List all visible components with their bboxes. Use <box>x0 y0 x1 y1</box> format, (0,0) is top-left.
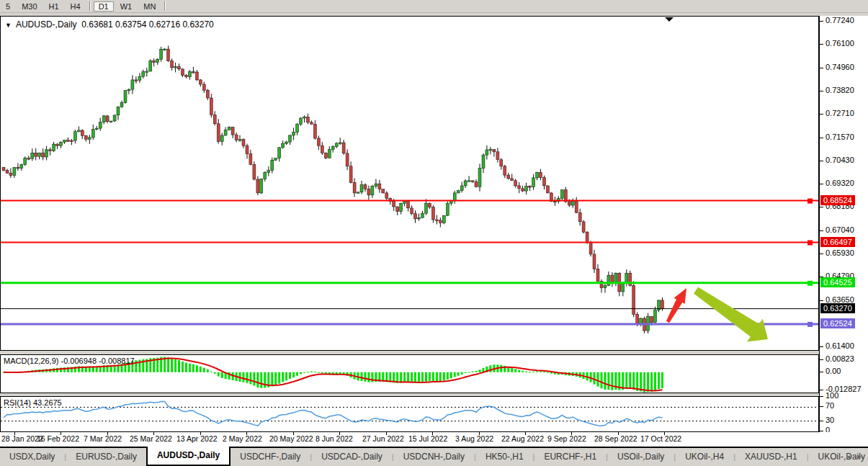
axis-tick-label: 30 <box>826 416 834 424</box>
tab-usdchf-daily[interactable]: USDCHF-,Daily <box>231 448 310 466</box>
axis-tick-label: 0.74960 <box>826 63 854 71</box>
axis-tick <box>820 138 823 138</box>
axis-tick-label: 0.77240 <box>826 16 854 24</box>
axis-tick-label: 0.71570 <box>826 133 854 141</box>
tab-audusd-daily[interactable]: AUDUSD-,Daily <box>146 447 231 466</box>
date-label: 28 Sep 2022 <box>594 434 637 443</box>
date-label: 17 Oct 2022 <box>640 434 681 443</box>
chart-tab-bar: USDX,Daily|EURUSD-,DailyAUDUSD-,DailyUSD… <box>0 447 868 466</box>
macd-values: -0.006948 -0.008817 <box>61 357 134 365</box>
tab-usdcad-daily[interactable]: USDCAD-,Daily <box>312 448 392 466</box>
axis-tick-label: 0.00823 <box>826 354 854 363</box>
rsi-value: 43.2675 <box>33 398 62 407</box>
date-label: 16 Feb 2022 <box>37 434 79 443</box>
toolbar-separator <box>89 1 90 11</box>
axis-tick <box>820 421 823 421</box>
price-axis[interactable]: 0.772400.761000.749600.738200.727100.715… <box>819 16 868 432</box>
tab-eurusd-daily[interactable]: EURUSD-,Daily <box>66 448 146 466</box>
axis-tick <box>820 372 823 372</box>
axis-tick <box>820 44 823 45</box>
axis-tick <box>820 184 823 184</box>
price-badge-0.64525: 0.64525 <box>820 277 855 287</box>
tab-usdcnh-daily[interactable]: USDCNH-,Daily <box>394 448 474 466</box>
axis-tick-label: 0.73820 <box>826 86 854 94</box>
axis-tick <box>820 396 823 397</box>
axis-tick <box>820 68 823 68</box>
date-label: 2 May 2022 <box>223 434 262 443</box>
date-axis[interactable]: 28 Jan 202216 Feb 20227 Mar 202225 Mar 2… <box>0 432 868 447</box>
price-badge-0.68524: 0.68524 <box>820 195 855 205</box>
rsi-panel[interactable]: RSI(14) 43.2675 <box>0 396 819 432</box>
axis-tick <box>820 230 823 231</box>
rsi-label: RSI(14) 43.2675 <box>4 398 62 407</box>
axis-tick-label: 0.67040 <box>826 225 854 234</box>
axis-tick <box>820 91 823 91</box>
price-badge-0.63270: 0.63270 <box>820 303 855 313</box>
tab-xauusd-h1[interactable]: XAUUSD-,H1 <box>735 448 807 466</box>
down-arrow <box>694 287 768 342</box>
axis-tick-label: 0.70430 <box>826 156 854 164</box>
axis-tick-label: 0.69320 <box>826 179 854 187</box>
axis-tick-label: 70 <box>826 401 834 410</box>
axis-tick-label: 0.65930 <box>826 248 854 257</box>
macd-label: MACD(12,26,9) -0.006948 -0.008817 <box>4 357 135 365</box>
toolbar-separator <box>164 1 165 11</box>
timeframe-button-h4[interactable]: H4 <box>66 1 86 12</box>
timeframe-toolbar: 5M30H1H4D1W1MN <box>0 0 868 13</box>
axis-tick-label: 0.76100 <box>826 39 854 48</box>
axis-tick <box>820 114 823 115</box>
timeframe-button-m30[interactable]: M30 <box>17 1 42 12</box>
timeframe-button-mn[interactable]: MN <box>138 1 161 12</box>
axis-tick <box>820 21 823 22</box>
tab-ukoil-h4[interactable]: UKOil-,H4 <box>676 448 733 466</box>
date-label: 9 Sep 2022 <box>547 434 586 443</box>
date-label: 22 Aug 2022 <box>501 434 544 443</box>
date-label: 7 Mar 2022 <box>84 434 122 443</box>
tab-eurchf-h1[interactable]: EURCHF-,H1 <box>534 448 606 466</box>
tab-hk50-h1[interactable]: HK50-,H1 <box>476 448 533 466</box>
date-label: 27 Jun 2022 <box>362 434 404 443</box>
date-label: 25 Mar 2022 <box>130 434 172 443</box>
up-arrow <box>666 288 686 323</box>
axis-tick <box>820 207 823 207</box>
timeframe-button-5[interactable]: 5 <box>1 1 15 12</box>
axis-tick <box>820 359 823 360</box>
axis-tick <box>820 161 823 161</box>
date-label: 3 Aug 2022 <box>455 434 493 443</box>
axis-tick <box>820 390 823 390</box>
date-label: 13 Apr 2022 <box>176 434 218 443</box>
axis-tick-label: 100 <box>826 391 838 400</box>
timeframe-button-d1[interactable]: D1 <box>94 1 114 12</box>
price-badge-0.66497: 0.66497 <box>820 237 855 247</box>
price-badge-0.62524: 0.62524 <box>820 318 855 328</box>
macd-panel[interactable]: MACD(12,26,9) -0.006948 -0.008817 <box>0 354 819 393</box>
date-label: 15 Jul 2022 <box>408 434 447 443</box>
axis-tick-label: 0.00 <box>826 367 841 375</box>
axis-tick <box>820 254 823 254</box>
date-label: 20 May 2022 <box>269 434 313 443</box>
tab-usoil-daily[interactable]: USOil-,Daily <box>608 448 674 466</box>
date-label: 8 Jun 2022 <box>316 434 353 443</box>
mt4-chart-window: 5M30H1H4D1W1MN ▼AUDUSD-,Daily 0.63681 0.… <box>0 0 868 466</box>
main-chart-panel[interactable]: ▼AUDUSD-,Daily 0.63681 0.63754 0.62716 0… <box>0 16 819 351</box>
axis-tick-label: 0.72710 <box>826 109 854 117</box>
axis-tick <box>820 406 823 407</box>
timeframe-button-w1[interactable]: W1 <box>115 1 138 12</box>
timeframe-button-h1[interactable]: H1 <box>44 1 64 12</box>
axis-tick-label: 0.61400 <box>826 341 854 350</box>
axis-tick <box>820 300 823 301</box>
axis-tick <box>820 346 823 347</box>
tab-usdx-daily[interactable]: USDX,Daily <box>0 448 64 466</box>
tab-scroll-arrows-icon[interactable]: ◂ ▸ <box>846 452 864 460</box>
axis-tick <box>820 431 823 431</box>
